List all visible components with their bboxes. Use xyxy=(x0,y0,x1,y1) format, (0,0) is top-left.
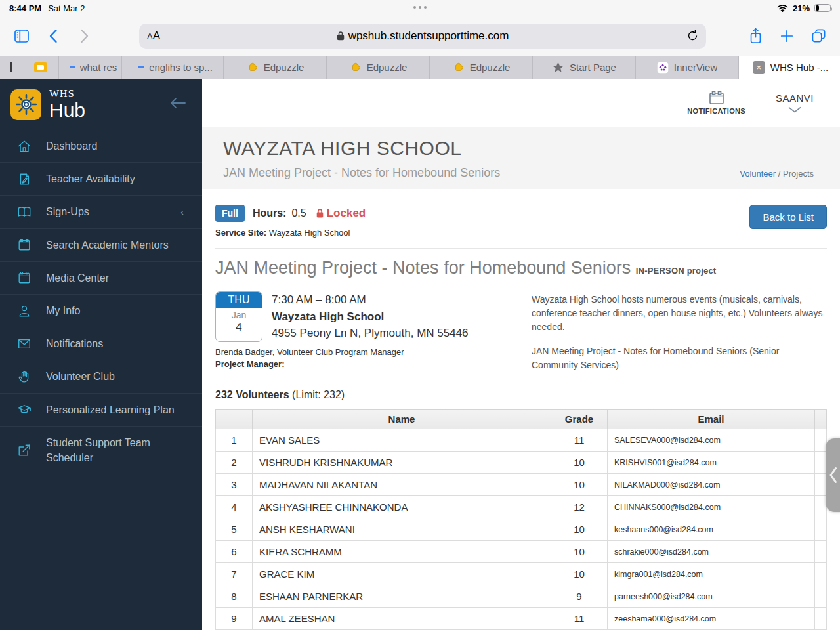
calendar-icon xyxy=(17,270,32,285)
sidebar-item-media-center[interactable]: Media Center xyxy=(0,261,202,294)
tabs-overview-icon[interactable] xyxy=(807,25,830,47)
innerview-icon xyxy=(657,62,669,74)
browser-tab-0[interactable] xyxy=(0,56,22,79)
forward-icon[interactable] xyxy=(74,25,96,47)
cell-name: MADHAVAN NILAKANTAN xyxy=(253,474,551,496)
sidebar-item-search-academic-mentors[interactable]: Search Academic Mentors xyxy=(0,228,202,261)
tab-label: what res xyxy=(80,62,117,73)
cell-email: kimgra001@isd284.com xyxy=(608,563,815,585)
status-time: 8:44 PM xyxy=(9,3,41,13)
project-description: Wayzata High School hosts numerous event… xyxy=(532,291,827,372)
tab-label: InnerView xyxy=(674,62,717,73)
sidebar-collapse-icon[interactable] xyxy=(169,97,186,109)
cell-number: 5 xyxy=(216,518,253,541)
sidebar-item-personalized-learning-plan[interactable]: Personalized Learning Plan xyxy=(0,393,202,426)
back-to-list-button[interactable]: Back to List xyxy=(749,205,827,229)
browser-tab-edpuzzle[interactable]: Edpuzzle xyxy=(327,56,430,79)
notifications-label: NOTIFICATIONS xyxy=(687,107,746,115)
browser-tab-what-res[interactable]: what res xyxy=(59,56,122,79)
browser-tab-englihs-to-sp[interactable]: englihs to sp... xyxy=(122,56,224,79)
date-box: THU Jan 4 xyxy=(215,291,262,342)
volunteers-table: Name Grade Email 1EVAN SALES11SALESEVA00… xyxy=(215,409,827,630)
manager-name: Brenda Badger, Volunteer Club Program Ma… xyxy=(215,347,512,357)
user-menu[interactable]: SAANVI xyxy=(776,93,814,113)
breadcrumb: Volunteer / Projects xyxy=(740,169,814,178)
sidebar-item-dashboard[interactable]: Dashboard xyxy=(0,130,202,162)
status-date: Sat Mar 2 xyxy=(48,3,85,13)
sidebar-toggle-icon[interactable] xyxy=(10,25,33,47)
table-row: 3MADHAVAN NILAKANTAN10NILAKMAD000@isd284… xyxy=(216,474,827,496)
hand-icon xyxy=(17,369,32,384)
calendar-icon xyxy=(17,238,32,252)
date-month: Jan xyxy=(216,308,262,320)
sidebar-item-sign-ups[interactable]: Sign-Ups‹ xyxy=(0,195,202,228)
cell-number: 7 xyxy=(216,563,253,585)
manager-label: Project Manager: xyxy=(215,359,512,369)
cell-grade: 9 xyxy=(551,585,608,608)
cell-email: zeeshama000@isd284.com xyxy=(608,608,815,630)
cell-grade: 11 xyxy=(551,429,608,452)
yellow-doc-icon xyxy=(34,62,47,72)
sidebar-item-my-info[interactable]: My Info xyxy=(0,294,202,327)
tab-label: WHS Hub -... xyxy=(770,62,828,73)
main-area: NOTIFICATIONS SAANVI WAYZATA HIGH SCHOOL… xyxy=(202,79,840,630)
event-time: 7:30 AM – 8:00 AM xyxy=(272,291,469,308)
page-subtitle: JAN Meeting Project - Notes for Homeboun… xyxy=(223,166,822,180)
notifications-button[interactable]: NOTIFICATIONS xyxy=(687,91,746,115)
envelope-icon xyxy=(17,337,32,351)
new-tab-icon[interactable] xyxy=(776,25,798,47)
slide-over-handle[interactable] xyxy=(826,438,840,512)
tab-label: Edpuzzle xyxy=(367,62,408,73)
col-grade: Grade xyxy=(551,410,608,429)
multitask-dots-icon xyxy=(413,6,427,9)
share-icon[interactable] xyxy=(744,25,766,47)
event-location: Wayzata High School xyxy=(272,308,469,326)
tab-label: englihs to sp... xyxy=(149,62,213,73)
cell-number: 2 xyxy=(216,452,253,474)
browser-tab-whs-hub[interactable]: ×WHS Hub -... xyxy=(739,56,840,79)
cell-name: GRACE KIM xyxy=(253,563,551,585)
table-row: 6KIERA SCHRAMM10schrakie000@isd284.com xyxy=(216,541,827,563)
edpuzzle-icon xyxy=(246,61,259,74)
col-name: Name xyxy=(253,410,551,429)
close-tab-icon[interactable]: × xyxy=(753,61,765,74)
sidebar-item-label: Personalized Learning Plan xyxy=(46,402,175,417)
refresh-icon[interactable] xyxy=(687,30,698,42)
sidebar-item-student-support-team-scheduler[interactable]: Student Support Team Scheduler xyxy=(0,426,202,474)
sidebar-header: WHS Hub xyxy=(0,79,202,130)
browser-tab-edpuzzle[interactable]: Edpuzzle xyxy=(224,56,327,79)
project-title: JAN Meeting Project - Notes for Homeboun… xyxy=(215,258,827,278)
cell-number: 3 xyxy=(216,474,253,496)
back-icon[interactable] xyxy=(42,25,64,47)
reader-options-button[interactable]: AA xyxy=(147,30,160,43)
project-type-label: IN-PERSON project xyxy=(636,266,717,276)
user-name: SAANVI xyxy=(776,93,814,104)
notifications-icon xyxy=(709,91,724,105)
page-title: WAYZATA HIGH SCHOOL xyxy=(223,137,822,159)
cell-name: AMAL ZEESHAN xyxy=(253,608,551,630)
cell-email: schrakie000@isd284.com xyxy=(608,541,815,563)
book-icon xyxy=(17,205,32,219)
address-bar[interactable]: AA wpshub.studentsupporttime.com xyxy=(139,24,706,49)
hours-value: 0.5 xyxy=(291,207,306,219)
wifi-icon xyxy=(777,4,788,12)
url-text: wpshub.studentsupporttime.com xyxy=(348,30,509,43)
cell-email: NILAKMAD000@isd284.com xyxy=(608,474,815,496)
cell-number: 1 xyxy=(216,429,253,452)
home-icon xyxy=(17,139,32,154)
sidebar-item-volunteer-club[interactable]: Volunteer Club xyxy=(0,360,202,392)
cell-grade: 11 xyxy=(551,608,608,630)
graduation-cap-icon xyxy=(17,402,32,417)
browser-tab-1[interactable] xyxy=(22,56,59,79)
sidebar-item-label: Dashboard xyxy=(46,138,97,154)
browser-tab-edpuzzle[interactable]: Edpuzzle xyxy=(430,56,533,79)
sidebar-item-label: Media Center xyxy=(46,270,109,285)
lock-icon xyxy=(337,31,345,41)
browser-tab-innerview[interactable]: InnerView xyxy=(636,56,739,79)
browser-tab-start-page[interactable]: Start Page xyxy=(533,56,636,79)
table-header-row: Name Grade Email xyxy=(216,410,827,429)
sidebar-item-teacher-availability[interactable]: Teacher Availability xyxy=(0,162,202,195)
breadcrumb-volunteer-link[interactable]: Volunteer xyxy=(740,169,776,178)
sidebar-item-notifications[interactable]: Notifications xyxy=(0,327,202,360)
cell-email: KRISHVIS001@isd284.com xyxy=(608,452,815,474)
